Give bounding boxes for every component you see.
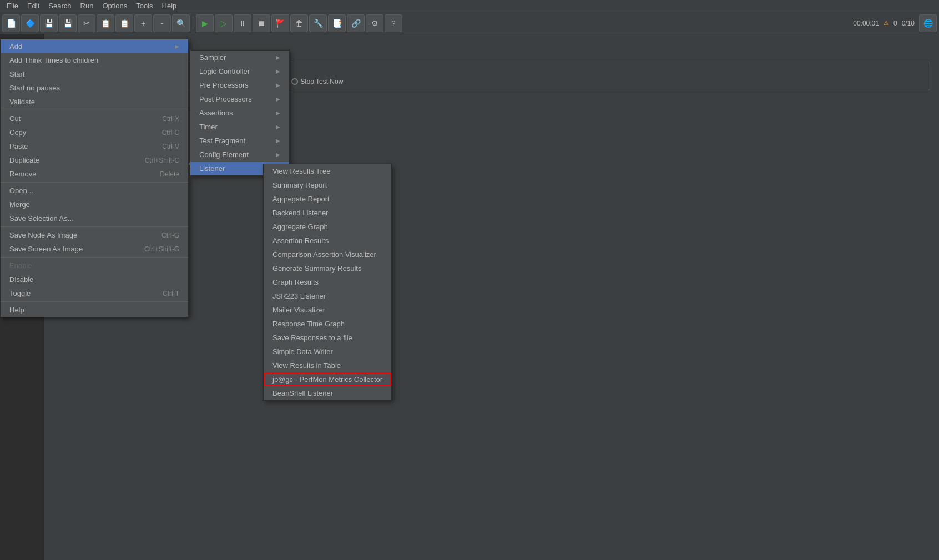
menu-sep-4 — [1, 257, 188, 258]
listener-aggregate-graph[interactable]: Aggregate Graph — [264, 220, 391, 234]
menu-save-selection[interactable]: Save Selection As... — [1, 211, 188, 225]
menu-duplicate[interactable]: Duplicate Ctrl+Shift-C — [1, 153, 188, 167]
toolbar: 📄 🔷 💾 💾 ✂ 📋 📋 + - 🔍 ▶ ▷ ⏸ ⏹ 🚩 🗑 🔧 📑 🔗 ⚙ … — [0, 12, 939, 34]
submenu-post-processors[interactable]: Post Processors ▶ — [190, 92, 289, 106]
pre-arrow-icon: ▶ — [276, 82, 280, 88]
menu-save-node-image[interactable]: Save Node As Image Ctrl-G — [1, 228, 188, 242]
menu-run[interactable]: Run — [76, 1, 98, 11]
menu-file[interactable]: File — [2, 1, 23, 11]
post-arrow-icon: ▶ — [276, 96, 280, 102]
menu-help[interactable]: Help — [158, 1, 181, 11]
menu-cut[interactable]: Cut Ctrl-X — [1, 112, 188, 125]
logic-arrow-icon: ▶ — [276, 68, 280, 74]
listener-comparison-assertion[interactable]: Comparison Assertion Visualizer — [264, 248, 391, 261]
start-no-pause-button[interactable]: ▷ — [215, 14, 233, 32]
listener-beanshell[interactable]: BeanShell Listener — [264, 386, 391, 400]
menu-search[interactable]: Search — [44, 1, 75, 11]
copy-button[interactable]: 📋 — [97, 14, 114, 32]
timer-arrow-icon: ▶ — [276, 124, 280, 130]
menu-toggle[interactable]: Toggle Ctrl-T — [1, 286, 188, 300]
shrink-button[interactable]: - — [153, 14, 171, 32]
submenu-config-element[interactable]: Config Element ▶ — [190, 148, 289, 162]
submenu-timer[interactable]: Timer ▶ — [190, 120, 289, 134]
help-button[interactable]: ? — [385, 14, 402, 32]
save-as-button[interactable]: 💾 — [59, 14, 77, 32]
warning-count: 0 — [893, 19, 897, 27]
listener-view-results-tree[interactable]: View Results Tree — [264, 164, 391, 178]
menu-add-think-times[interactable]: Add Think Times to children — [1, 53, 188, 67]
menu-enable: Enable — [1, 259, 188, 273]
menu-bar: File Edit Search Run Options Tools Help — [0, 0, 939, 12]
function-button[interactable]: 🔧 — [309, 14, 327, 32]
toolbar-info: 00:00:01 ⚠ 0 0/10 🌐 — [853, 14, 937, 32]
radio-stop-test-now[interactable]: Stop Test Now — [291, 78, 343, 85]
submenu-assertions[interactable]: Assertions ▶ — [190, 106, 289, 120]
save-button[interactable]: 💾 — [40, 14, 58, 32]
timer-display: 00:00:01 — [853, 19, 879, 27]
menu-sep-5 — [1, 301, 188, 302]
menu-save-screen-image[interactable]: Save Screen As Image Ctrl+Shift-G — [1, 242, 188, 256]
menu-remove[interactable]: Remove Delete — [1, 167, 188, 181]
listener-perfmon[interactable]: jp@gc - PerfMon Metrics Collector — [264, 372, 391, 386]
menu-validate[interactable]: Validate — [1, 95, 188, 109]
menu-copy[interactable]: Copy Ctrl-C — [1, 125, 188, 139]
listener-jsr223[interactable]: JSR223 Listener — [264, 289, 391, 303]
submenu-test-fragment[interactable]: Test Fragment ▶ — [190, 134, 289, 148]
menu-sep-1 — [1, 110, 188, 110]
listener-response-time-graph[interactable]: Response Time Graph — [264, 317, 391, 331]
template-button[interactable]: 📑 — [328, 14, 346, 32]
menu-paste[interactable]: Paste Ctrl-V — [1, 139, 188, 153]
menu-start[interactable]: Start — [1, 67, 188, 81]
menu-edit[interactable]: Edit — [23, 1, 44, 11]
remote-button[interactable]: 🔗 — [347, 14, 365, 32]
menu-add[interactable]: Add ▶ — [1, 39, 188, 53]
open-button[interactable]: 🔷 — [21, 14, 39, 32]
listener-backend-listener[interactable]: Backend Listener — [264, 206, 391, 220]
menu-disable[interactable]: Disable — [1, 273, 188, 286]
menu-start-no-pauses[interactable]: Start no pauses — [1, 81, 188, 95]
menu-open[interactable]: Open... — [1, 184, 188, 198]
config-arrow-icon: ▶ — [276, 152, 280, 158]
settings-button[interactable]: ⚙ — [366, 14, 383, 32]
stop-button[interactable]: ⏹ — [253, 14, 270, 32]
listener-save-responses[interactable]: Save Responses to a file — [264, 331, 391, 345]
radio-stop-test-now-label: Stop Test Now — [300, 78, 343, 85]
listener-mailer-visualizer[interactable]: Mailer Visualizer — [264, 303, 391, 317]
fragment-arrow-icon: ▶ — [276, 138, 280, 144]
copy-shortcut: Ctrl-C — [162, 129, 179, 137]
submenu-logic-controller[interactable]: Logic Controller ▶ — [190, 64, 289, 78]
add-submenu: Sampler ▶ Logic Controller ▶ Pre Process… — [190, 50, 290, 176]
listener-assertion-results[interactable]: Assertion Results — [264, 234, 391, 248]
save-screen-shortcut: Ctrl+Shift-G — [144, 245, 179, 253]
save-node-shortcut: Ctrl-G — [161, 231, 179, 239]
listener-generate-summary[interactable]: Generate Summary Results — [264, 261, 391, 275]
listener-simple-data-writer[interactable]: Simple Data Writer — [264, 345, 391, 359]
duplicate-shortcut: Ctrl+Shift-C — [145, 157, 179, 164]
sampler-arrow-icon: ▶ — [276, 54, 280, 60]
assertions-arrow-icon: ▶ — [276, 110, 280, 116]
pause-button[interactable]: ⏸ — [234, 14, 251, 32]
expand-button[interactable]: + — [134, 14, 152, 32]
listener-graph-results[interactable]: Graph Results — [264, 275, 391, 289]
menu-tools[interactable]: Tools — [132, 1, 157, 11]
listener-submenu: View Results Tree Summary Report Aggrega… — [263, 164, 392, 401]
submenu-pre-processors[interactable]: Pre Processors ▶ — [190, 78, 289, 92]
network-button[interactable]: 🌐 — [919, 14, 937, 32]
new-button[interactable]: 📄 — [2, 14, 20, 32]
clear-button[interactable]: 🚩 — [271, 14, 289, 32]
warning-icon: ⚠ — [884, 19, 889, 27]
thread-count: 0/10 — [902, 19, 915, 27]
submenu-sampler[interactable]: Sampler ▶ — [190, 51, 289, 64]
paste-button[interactable]: 📋 — [115, 14, 133, 32]
listener-view-results-table[interactable]: View Results in Table — [264, 359, 391, 372]
menu-merge[interactable]: Merge — [1, 198, 188, 211]
listener-aggregate-report[interactable]: Aggregate Report — [264, 192, 391, 206]
inspect-button[interactable]: 🔍 — [172, 14, 190, 32]
clear-all-button[interactable]: 🗑 — [290, 14, 308, 32]
menu-options[interactable]: Options — [98, 1, 132, 11]
menu-help[interactable]: Help — [1, 303, 188, 317]
listener-summary-report[interactable]: Summary Report — [264, 178, 391, 192]
run-button[interactable]: ▶ — [196, 14, 214, 32]
cut-button[interactable]: ✂ — [78, 14, 95, 32]
toolbar-separator-1 — [193, 17, 193, 30]
